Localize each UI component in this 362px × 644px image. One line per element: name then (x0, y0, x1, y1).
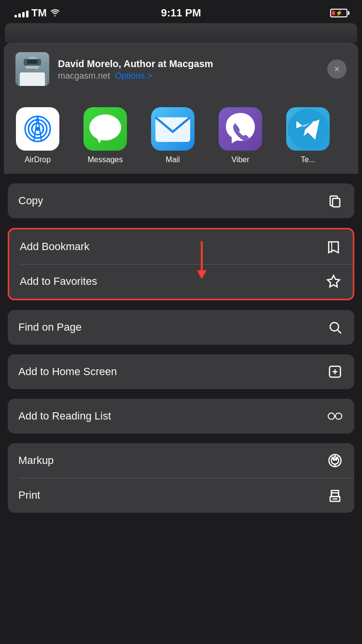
avatar (15, 52, 49, 86)
annotation-arrow (192, 241, 211, 282)
star-icon (325, 273, 342, 290)
app-item-telegram[interactable]: Te... (274, 107, 342, 164)
carrier-label: TM (31, 7, 47, 19)
svg-point-21 (335, 413, 342, 419)
app-row: AirDrop Messages Mail (4, 96, 358, 174)
page-bg (5, 23, 357, 42)
add-favorites-label: Add to Favorites (20, 275, 97, 288)
options-link[interactable]: Options > (115, 71, 153, 81)
add-home-label: Add to Home Screen (18, 365, 117, 378)
close-button[interactable]: × (327, 59, 347, 79)
svg-point-20 (328, 413, 334, 419)
section-gap-1 (0, 174, 362, 179)
reading-section: Add to Reading List (8, 399, 354, 434)
copy-label: Copy (18, 195, 43, 207)
find-on-page-label: Find on Page (18, 321, 82, 334)
telegram-label: Te... (301, 155, 315, 164)
menu-sections: Copy Add Bookmark Add to Favorites (0, 179, 362, 513)
add-home-item[interactable]: Add to Home Screen (8, 354, 354, 389)
add-reading-item[interactable]: Add to Reading List (8, 399, 354, 434)
battery-icon: ⚡ (330, 9, 348, 17)
mail-label: Mail (166, 155, 180, 164)
add-favorites-item[interactable]: Add to Favorites (9, 264, 353, 299)
status-time: 9:11 PM (161, 7, 201, 19)
find-on-page-item[interactable]: Find on Page (8, 310, 354, 345)
mail-app-icon (151, 107, 195, 151)
battery-bolt: ⚡ (335, 10, 343, 16)
print-item[interactable]: Print (8, 478, 354, 513)
app-item-viber[interactable]: Viber (207, 107, 274, 164)
messages-label: Messages (88, 155, 123, 164)
bookmark-section: Add Bookmark Add to Favorites (8, 228, 354, 300)
share-header: David Morelo, Author at Macgasm macgasm.… (4, 42, 358, 96)
app-item-mail[interactable]: Mail (139, 107, 207, 164)
svg-marker-11 (197, 270, 207, 279)
share-sheet: David Morelo, Author at Macgasm macgasm.… (4, 42, 358, 174)
markup-icon (326, 452, 344, 469)
find-section: Find on Page (8, 310, 354, 345)
add-square-icon (326, 363, 344, 380)
avatar-image (15, 52, 49, 86)
wifi-icon (50, 9, 60, 17)
print-label: Print (18, 489, 40, 502)
print-icon (326, 487, 344, 504)
svg-line-24 (342, 415, 342, 416)
status-left: TM (14, 7, 60, 19)
search-icon (326, 319, 344, 336)
signal-icon (14, 9, 28, 17)
home-section: Add to Home Screen (8, 354, 354, 389)
status-bar: TM 9:11 PM ⚡ (0, 0, 362, 23)
add-bookmark-label: Add Bookmark (20, 240, 89, 253)
bookmark-icon (325, 238, 342, 255)
telegram-app-icon (286, 107, 330, 151)
header-subtitle: macgasm.net Options > (58, 71, 319, 81)
svg-marker-14 (328, 276, 340, 287)
add-reading-label: Add to Reading List (18, 410, 111, 422)
svg-rect-12 (333, 198, 340, 207)
add-bookmark-item[interactable]: Add Bookmark (9, 229, 353, 264)
markup-section: Markup Print (8, 443, 354, 513)
svg-point-6 (89, 114, 121, 140)
airdrop-label: AirDrop (25, 155, 51, 164)
markup-label: Markup (18, 454, 54, 467)
viber-app-icon (219, 107, 262, 151)
svg-line-16 (338, 330, 341, 334)
status-right: ⚡ (330, 9, 348, 17)
svg-rect-31 (333, 498, 337, 500)
header-title: David Morelo, Author at Macgasm (58, 57, 319, 70)
messages-app-icon (84, 107, 127, 151)
app-item-messages[interactable]: Messages (71, 107, 139, 164)
airdrop-icon (16, 107, 59, 151)
svg-line-23 (328, 415, 328, 416)
close-icon: × (334, 64, 340, 74)
copy-section: Copy (8, 183, 354, 218)
copy-icon (326, 192, 344, 210)
app-item-airdrop[interactable]: AirDrop (4, 107, 71, 164)
viber-label: Viber (231, 155, 249, 164)
svg-point-15 (330, 322, 339, 331)
markup-item[interactable]: Markup (8, 443, 354, 478)
header-info: David Morelo, Author at Macgasm macgasm.… (58, 57, 319, 81)
glasses-icon (326, 407, 344, 425)
copy-item[interactable]: Copy (8, 183, 354, 218)
